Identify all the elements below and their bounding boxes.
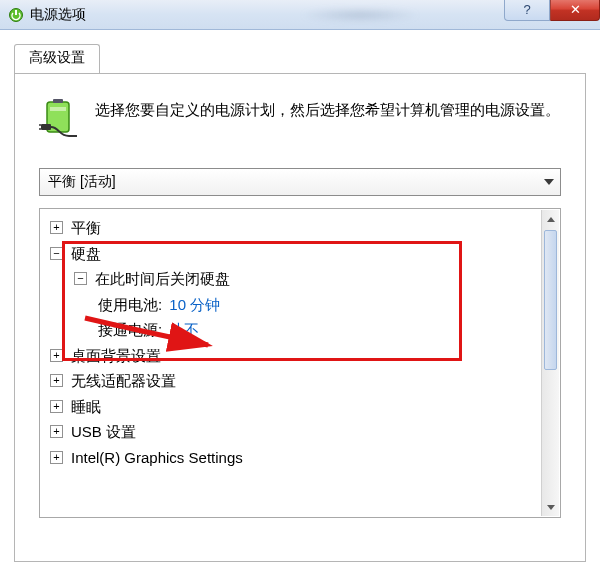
power-plan-combobox[interactable]: 平衡 [活动] — [39, 168, 561, 196]
setting-value[interactable]: 从不 — [169, 321, 199, 338]
close-icon: ✕ — [570, 2, 581, 17]
collapse-icon[interactable]: − — [74, 272, 87, 285]
scrollbar[interactable] — [541, 210, 559, 516]
tree-node[interactable]: +平衡 — [44, 215, 560, 241]
chevron-down-icon — [544, 179, 554, 185]
tree-node[interactable]: +桌面背景设置 — [44, 343, 560, 369]
svg-rect-3 — [53, 99, 63, 103]
close-button[interactable]: ✕ — [550, 0, 600, 21]
tabstrip: 高级设置 — [14, 44, 586, 74]
tree-node[interactable]: +Intel(R) Graphics Settings — [44, 445, 560, 471]
combo-dropdown-button[interactable] — [538, 169, 560, 195]
window-title: 电源选项 — [30, 6, 504, 24]
expand-icon[interactable]: + — [50, 451, 63, 464]
titlebar: 电源选项 ? ✕ — [0, 0, 600, 30]
tree-node-label: 睡眠 — [71, 394, 101, 420]
scroll-up-button[interactable] — [542, 210, 559, 228]
tree-node-label: 平衡 — [71, 215, 101, 241]
tree-node[interactable]: −硬盘 — [44, 241, 560, 267]
tree-node-label: 硬盘 — [71, 241, 101, 267]
svg-rect-4 — [50, 107, 66, 111]
tree-node-label: 在此时间后关闭硬盘 — [95, 266, 230, 292]
expand-icon[interactable]: + — [50, 221, 63, 234]
setting-key: 接通电源 — [98, 321, 158, 338]
expand-icon[interactable]: + — [50, 349, 63, 362]
help-button[interactable]: ? — [504, 0, 550, 21]
description-text: 选择您要自定义的电源计划，然后选择您希望计算机管理的电源设置。 — [95, 98, 560, 140]
scroll-down-button[interactable] — [542, 498, 559, 516]
tree-value-row[interactable]: 接通电源: 从不 — [44, 317, 560, 343]
chevron-down-icon — [547, 505, 555, 510]
tabpanel: 选择您要自定义的电源计划，然后选择您希望计算机管理的电源设置。 平衡 [活动] … — [14, 74, 586, 562]
setting-value[interactable]: 10 分钟 — [169, 296, 220, 313]
power-options-icon — [8, 7, 24, 23]
expand-icon[interactable]: + — [50, 374, 63, 387]
tree-node[interactable]: −在此时间后关闭硬盘 — [44, 266, 560, 292]
chevron-up-icon — [547, 217, 555, 222]
tree-node[interactable]: +无线适配器设置 — [44, 368, 560, 394]
expand-icon[interactable]: + — [50, 400, 63, 413]
tree-value-row[interactable]: 使用电池: 10 分钟 — [44, 292, 560, 318]
tree-node[interactable]: +USB 设置 — [44, 419, 560, 445]
svg-rect-5 — [41, 124, 51, 130]
tab-advanced-settings[interactable]: 高级设置 — [14, 44, 100, 73]
tree-node-label: Intel(R) Graphics Settings — [71, 445, 243, 471]
collapse-icon[interactable]: − — [50, 247, 63, 260]
expand-icon[interactable]: + — [50, 425, 63, 438]
setting-key: 使用电池 — [98, 296, 158, 313]
svg-rect-1 — [15, 10, 17, 15]
tree-node-label: 无线适配器设置 — [71, 368, 176, 394]
scroll-thumb[interactable] — [544, 230, 557, 370]
tree-node-label: 桌面背景设置 — [71, 343, 161, 369]
tree-node-label: USB 设置 — [71, 419, 136, 445]
help-icon: ? — [523, 2, 530, 17]
battery-plug-icon — [39, 98, 81, 140]
combo-selected-text: 平衡 [活动] — [40, 173, 116, 191]
tab-label: 高级设置 — [29, 49, 85, 65]
tree-node[interactable]: +睡眠 — [44, 394, 560, 420]
settings-tree[interactable]: +平衡−硬盘−在此时间后关闭硬盘使用电池: 10 分钟接通电源: 从不+桌面背景… — [39, 208, 561, 518]
dialog-body: 高级设置 选择您要自定义的电源计划，然后选择您希望计算机管理的电源设置。 平衡 … — [0, 30, 600, 562]
